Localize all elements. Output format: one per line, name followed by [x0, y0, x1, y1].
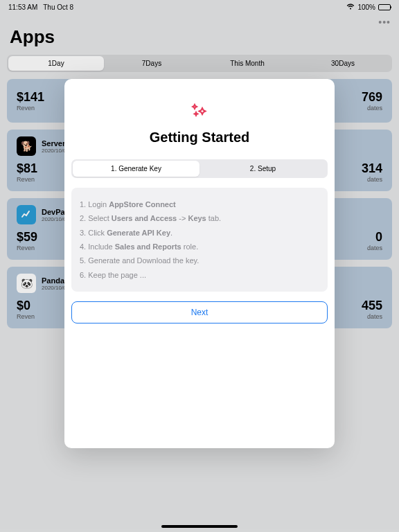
step-3: 3. Click Generate API Key.	[80, 226, 319, 240]
sparkle-icon	[64, 103, 335, 123]
modal-heading: Getting Started	[64, 130, 335, 145]
modal-segmented[interactable]: 1. Generate Key 2. Setup	[71, 159, 328, 178]
tab-generate-key[interactable]: 1. Generate Key	[73, 161, 200, 177]
step-2: 2. Select Users and Access -> Keys tab.	[80, 211, 319, 225]
modal-scrim[interactable]: Getting Started 1. Generate Key 2. Setup…	[0, 0, 399, 532]
step-1: 1. Login AppStore Connect	[80, 197, 319, 211]
steps-box: 1. Login AppStore Connect 2. Select User…	[71, 188, 328, 292]
step-6: 6. Keep the page ...	[80, 268, 319, 282]
step-5: 5. Generate and Download the key.	[80, 254, 319, 267]
getting-started-modal: Getting Started 1. Generate Key 2. Setup…	[64, 79, 335, 448]
next-button[interactable]: Next	[71, 301, 328, 323]
tab-setup[interactable]: 2. Setup	[200, 161, 326, 177]
home-indicator[interactable]	[161, 525, 238, 528]
step-4: 4. Include Sales and Reports role.	[80, 240, 319, 254]
